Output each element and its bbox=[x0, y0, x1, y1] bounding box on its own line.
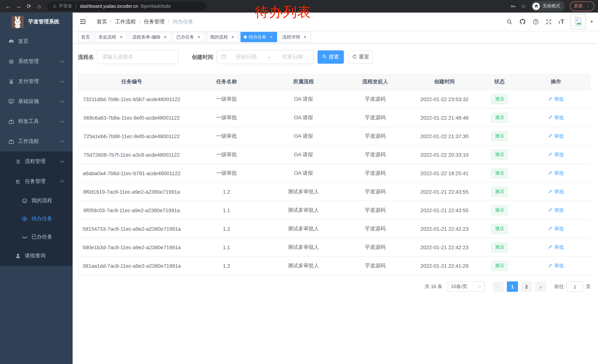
cell-create-time: 2022-01-22 21:48:48 bbox=[411, 108, 478, 127]
cell-action: 审批 bbox=[521, 219, 590, 238]
cell-task-id: 75d72608-7b7f-11ec-a3c8-acde48001122 bbox=[78, 145, 185, 164]
pencil-icon bbox=[548, 170, 553, 176]
browser-forward-icon[interactable]: → bbox=[14, 2, 23, 11]
security-label: 不安全 bbox=[59, 3, 72, 9]
status-badge: 激活 bbox=[491, 224, 508, 234]
process-name-input[interactable]: 请输入流程名 bbox=[97, 50, 178, 64]
breadcrumb-item-2[interactable]: 任务管理 bbox=[144, 18, 165, 25]
sidebar-item-7[interactable]: 任务管理 bbox=[0, 171, 73, 191]
cell-starter: 芋道源码 bbox=[339, 238, 411, 256]
tab-4[interactable]: 我的流程 × bbox=[207, 32, 239, 42]
address-bar[interactable]: ⚠ 不安全 dashboard.yudao.iocoder.cn/bpm/tas… bbox=[47, 1, 206, 11]
browser-back-icon[interactable]: ← bbox=[4, 2, 13, 11]
status-badge: 激活 bbox=[491, 242, 508, 252]
page-button-1[interactable]: 1 bbox=[507, 281, 518, 292]
breadcrumb-item-0[interactable]: 首页 bbox=[97, 18, 107, 25]
active-dot-icon bbox=[244, 36, 247, 39]
fullscreen-icon[interactable] bbox=[545, 18, 552, 25]
cell-status: 激活 bbox=[478, 145, 521, 164]
browser-reload-icon[interactable]: ⟳ bbox=[25, 2, 33, 11]
date-range-input[interactable]: 开始日期 - 结束日期 bbox=[216, 50, 314, 64]
sidebar-item-3[interactable]: 基础设施 bbox=[0, 91, 73, 112]
table-row: 580e1b3d-7ac8-11ec-a9e2-a2380e71991a 1.1… bbox=[78, 238, 590, 256]
page-size-select[interactable]: 10条/页 bbox=[448, 281, 485, 292]
briefcase-icon bbox=[8, 138, 15, 145]
top-navbar: 首页/工作流程/任务管理/待办任务 TT ▼ bbox=[73, 13, 598, 31]
approve-link[interactable]: 审批 bbox=[548, 114, 564, 121]
close-icon[interactable]: × bbox=[119, 34, 124, 40]
sidebar-item-8[interactable]: 我的流程 bbox=[0, 191, 73, 210]
cell-action: 审批 bbox=[521, 145, 590, 164]
pencil-icon bbox=[548, 263, 553, 269]
end-date-placeholder: 结束日期 bbox=[275, 54, 310, 60]
chevron-down-icon bbox=[60, 79, 65, 83]
tree-icon bbox=[15, 178, 21, 185]
approve-link[interactable]: 审批 bbox=[548, 225, 564, 232]
approve-link[interactable]: 审批 bbox=[548, 262, 564, 269]
approve-link[interactable]: 审批 bbox=[548, 133, 564, 139]
eye-closed-icon bbox=[22, 234, 28, 240]
sidebar-collapse-icon[interactable] bbox=[75, 18, 90, 25]
sidebar-item-9[interactable]: 待办任务 bbox=[0, 210, 73, 228]
task-table: 任务编号任务名称所属流程流程发起人创建时间状态操作 73211d9d-7b9b-… bbox=[78, 74, 590, 275]
avatar-caret-icon[interactable]: ▼ bbox=[590, 20, 594, 24]
help-icon[interactable] bbox=[532, 18, 539, 25]
logo-row[interactable]: 芋道管理系统 bbox=[0, 13, 73, 31]
font-size-icon[interactable]: TT bbox=[558, 18, 564, 25]
close-icon[interactable]: × bbox=[269, 34, 274, 40]
tab-0[interactable]: 首页 bbox=[78, 32, 93, 42]
cell-starter: 芋道源码 bbox=[339, 90, 411, 108]
sidebar-item-0[interactable]: 首页 bbox=[0, 32, 73, 51]
cell-create-time: 2022-01-22 18:25:41 bbox=[411, 164, 478, 182]
incognito-icon bbox=[532, 2, 540, 10]
warning-icon: ⚠ bbox=[53, 4, 57, 9]
close-icon[interactable]: × bbox=[230, 34, 235, 40]
sidebar-item-2[interactable]: 支付管理 bbox=[0, 72, 73, 91]
screenshot-stage: ← → ⟳ ⌂ ⚠ 不安全 dashboard.yudao.iocoder.cn… bbox=[0, 0, 598, 364]
sidebar-item-1[interactable]: 系统管理 bbox=[0, 51, 73, 72]
approve-link[interactable]: 审批 bbox=[548, 244, 564, 251]
sidebar-item-4[interactable]: 研发工具 bbox=[0, 112, 73, 131]
github-icon[interactable] bbox=[519, 18, 526, 25]
sidebar-item-6[interactable]: 流程管理 bbox=[0, 152, 73, 171]
approve-link[interactable]: 审批 bbox=[548, 96, 564, 102]
update-button[interactable]: 更新 ⋮ bbox=[570, 1, 594, 11]
search-icon[interactable] bbox=[506, 18, 513, 25]
cell-starter: 芋道源码 bbox=[339, 201, 411, 219]
next-page-button[interactable]: › bbox=[535, 281, 546, 292]
table-row: 75d72608-7b7f-11ec-a3c8-acde48001122 一级审… bbox=[78, 145, 590, 164]
goto-page-input[interactable]: 1 bbox=[566, 281, 583, 292]
approve-link[interactable]: 审批 bbox=[548, 207, 564, 213]
bookmark-star-icon[interactable]: ☆ bbox=[521, 3, 526, 9]
approve-link[interactable]: 审批 bbox=[548, 151, 564, 158]
reset-button[interactable]: 重置 bbox=[348, 50, 373, 64]
browser-home-icon[interactable]: ⌂ bbox=[35, 2, 44, 11]
close-icon[interactable]: × bbox=[196, 34, 201, 40]
close-icon[interactable]: × bbox=[302, 34, 307, 40]
calendar-icon bbox=[221, 54, 226, 60]
approve-link[interactable]: 审批 bbox=[548, 170, 564, 177]
sidebar-item-10[interactable]: 已办任务 bbox=[0, 228, 73, 246]
status-badge: 激活 bbox=[491, 113, 508, 122]
breadcrumb-item-1[interactable]: 工作流程 bbox=[115, 18, 136, 25]
tab-3[interactable]: 已办任务 × bbox=[173, 32, 205, 42]
page-button-2[interactable]: 2 bbox=[521, 281, 532, 292]
tab-1[interactable]: 发起流程 × bbox=[95, 32, 127, 42]
process-name-label: 流程名 bbox=[78, 54, 94, 61]
password-key-icon[interactable] bbox=[510, 3, 516, 9]
prev-page-button[interactable]: ‹ bbox=[493, 281, 504, 292]
sidebar-item-11[interactable]: 请假查询 bbox=[0, 246, 73, 266]
close-icon[interactable]: × bbox=[163, 34, 168, 40]
tab-5[interactable]: 待办任务 × bbox=[241, 32, 277, 42]
approve-link[interactable]: 审批 bbox=[548, 188, 564, 195]
cell-task-id: 069c6a63-7b8a-11ec-8ef0-acde48001122 bbox=[78, 108, 185, 127]
search-button[interactable]: 搜索 bbox=[317, 50, 344, 64]
search-button-label: 搜索 bbox=[329, 54, 339, 60]
tab-6[interactable]: 流程详情 × bbox=[279, 32, 311, 42]
incognito-label: 无痕模式 bbox=[542, 3, 560, 9]
avatar[interactable] bbox=[571, 14, 586, 29]
column-header-6: 操作 bbox=[521, 74, 590, 90]
sidebar-item-5[interactable]: 工作流程 bbox=[0, 131, 73, 152]
browser-menu-dots-icon[interactable]: ⋮ bbox=[586, 4, 590, 9]
tab-2[interactable]: 流程表单-编辑 × bbox=[129, 32, 171, 42]
